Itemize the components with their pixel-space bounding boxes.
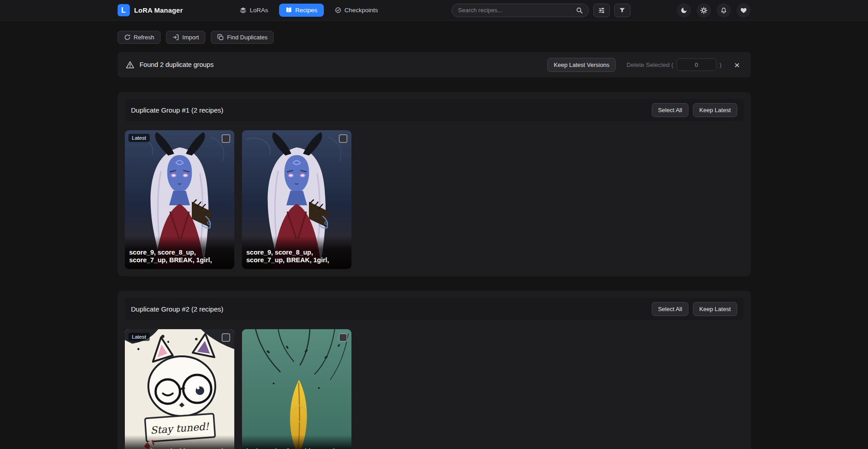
find-duplicates-label: Find Duplicates xyxy=(227,34,268,41)
recipe-card[interactable]: Stay tuned! Latest pp-enchanted-whimsy:0… xyxy=(125,329,234,449)
main-nav: LoRAs Recipes Checkpoints xyxy=(233,4,384,17)
card-checkbox[interactable] xyxy=(339,134,347,143)
heart-icon xyxy=(740,7,747,14)
delete-selected-suffix: ) xyxy=(720,61,722,68)
top-navbar: L LoRA Manager LoRAs Recipes Checkpoint xyxy=(0,0,868,21)
import-icon xyxy=(172,34,179,41)
theme-toggle-button[interactable] xyxy=(677,3,691,18)
duplicate-group-2: Duplicate Group #2 (2 recipes) Select Al… xyxy=(118,291,751,449)
import-button[interactable]: Import xyxy=(166,31,205,44)
nav-item-recipes[interactable]: Recipes xyxy=(279,4,324,17)
loras-icon xyxy=(240,7,247,14)
recipe-card[interactable]: Latest score_9, score_8_up, score_7_up, … xyxy=(125,130,234,269)
card-checkbox[interactable] xyxy=(339,333,347,342)
funnel-filter-button[interactable] xyxy=(614,4,631,17)
refresh-icon xyxy=(124,34,131,41)
nav-item-checkpoints[interactable]: Checkpoints xyxy=(328,4,384,17)
nav-item-label: Checkpoints xyxy=(345,7,378,14)
close-icon[interactable]: × xyxy=(731,59,742,71)
delete-selected-area: Delete Selected ( ) xyxy=(626,58,721,71)
group-2-select-all-button[interactable]: Select All xyxy=(652,302,688,316)
search-area xyxy=(451,4,631,17)
moon-icon xyxy=(680,7,688,14)
toolbar: Refresh Import Find Duplicates xyxy=(118,31,751,44)
find-duplicates-button[interactable]: Find Duplicates xyxy=(211,31,274,44)
refresh-label: Refresh xyxy=(134,34,155,41)
group-1-title: Duplicate Group #1 (2 recipes) xyxy=(131,106,223,114)
duplicates-icon xyxy=(217,34,224,41)
app-title: LoRA Manager xyxy=(134,6,183,14)
warning-icon xyxy=(126,61,134,69)
sliders-filter-button[interactable] xyxy=(593,4,610,17)
favorites-button[interactable] xyxy=(736,3,751,18)
group-1-select-all-button[interactable]: Select All xyxy=(652,103,688,117)
card-checkbox[interactable] xyxy=(222,333,230,342)
card-caption: score_9, score_8_up, score_7_up, BREAK, … xyxy=(242,236,351,269)
group-1-keep-latest-button[interactable]: Keep Latest xyxy=(693,103,737,117)
group-2-header: Duplicate Group #2 (2 recipes) Select Al… xyxy=(125,298,744,320)
nav-item-loras[interactable]: LoRAs xyxy=(233,4,275,17)
duplicates-banner: Found 2 duplicate groups Keep Latest Ver… xyxy=(118,52,751,77)
group-2-cards: Stay tuned! Latest pp-enchanted-whimsy:0… xyxy=(125,329,744,449)
search-box[interactable] xyxy=(451,4,589,17)
navbar-right-actions xyxy=(677,3,751,18)
app-logo-letter: L xyxy=(121,6,126,14)
latest-badge: Latest xyxy=(128,333,150,341)
card-caption: pp-enchanted-whimsy:0.90 ral-frctlgmtry_… xyxy=(125,435,234,449)
duplicate-group-1: Duplicate Group #1 (2 recipes) Select Al… xyxy=(118,92,751,276)
search-input[interactable] xyxy=(458,7,575,14)
refresh-button[interactable]: Refresh xyxy=(118,31,161,44)
group-2-title: Duplicate Group #2 (2 recipes) xyxy=(131,305,223,313)
group-2-keep-latest-button[interactable]: Keep Latest xyxy=(693,302,737,316)
funnel-icon xyxy=(619,7,626,14)
recipe-card[interactable]: in the style of ppWhimsy, ral-frctlgmtry… xyxy=(242,329,351,449)
delete-selected-prefix: Delete Selected ( xyxy=(626,61,674,68)
latest-badge: Latest xyxy=(128,134,150,142)
group-1-header: Duplicate Group #1 (2 recipes) Select Al… xyxy=(125,99,744,121)
main-content: Refresh Import Find Duplicates Found 2 d… xyxy=(118,21,751,449)
recipe-image-yellow-feather xyxy=(242,329,351,449)
delete-count-input[interactable] xyxy=(677,58,716,71)
card-checkbox[interactable] xyxy=(222,134,230,143)
app-logo[interactable]: L xyxy=(118,4,130,16)
settings-button[interactable] xyxy=(697,3,711,18)
keep-latest-versions-button[interactable]: Keep Latest Versions xyxy=(547,58,616,72)
checkpoints-icon xyxy=(335,7,342,14)
import-label: Import xyxy=(182,34,199,41)
card-caption: score_9, score_8_up, score_7_up, BREAK, … xyxy=(125,236,234,269)
group-1-cards: Latest score_9, score_8_up, score_7_up, … xyxy=(125,130,744,269)
nav-item-label: LoRAs xyxy=(250,7,268,14)
card-caption: in the style of ppWhimsy, ral-frctlgmtry… xyxy=(242,435,351,449)
notifications-button[interactable] xyxy=(716,3,731,18)
gear-icon xyxy=(700,7,707,14)
recipes-icon xyxy=(285,7,292,14)
banner-message: Found 2 duplicate groups xyxy=(140,61,214,68)
recipe-card[interactable]: score_9, score_8_up, score_7_up, BREAK, … xyxy=(242,130,351,269)
nav-item-label: Recipes xyxy=(295,7,318,14)
recipe-image-whimsical-cat: Stay tuned! xyxy=(125,329,234,449)
search-icon[interactable] xyxy=(575,6,584,15)
sliders-icon xyxy=(598,7,605,14)
bell-icon xyxy=(720,7,727,14)
